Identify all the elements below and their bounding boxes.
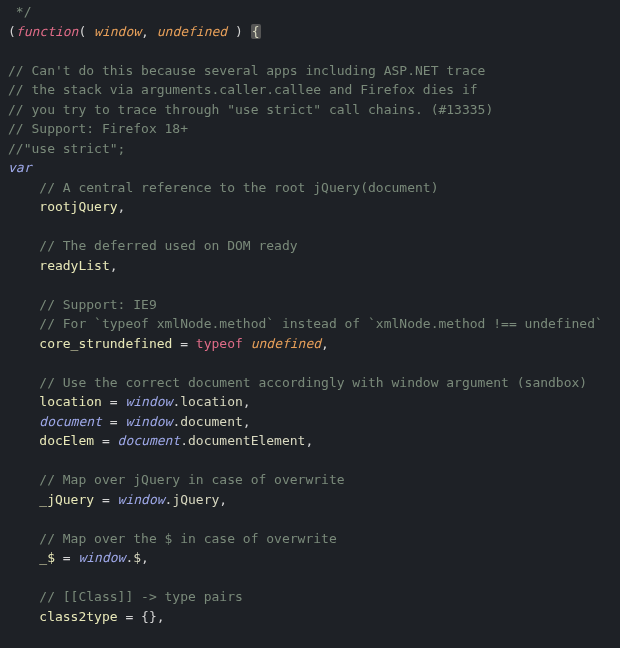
property: document xyxy=(180,414,243,429)
code-editor[interactable]: */ (function( window, undefined ) { // C… xyxy=(0,0,620,648)
comment: // Support: Firefox 18+ xyxy=(8,121,188,136)
comma: , xyxy=(321,336,329,351)
equals: = xyxy=(172,336,195,351)
paren: ) xyxy=(227,24,250,39)
equals: = xyxy=(102,414,125,429)
comment: // Support: IE9 xyxy=(8,297,157,312)
paren: ( xyxy=(78,24,94,39)
comment: // [[Class]] -> type pairs xyxy=(8,589,243,604)
window-ref: window xyxy=(118,492,165,507)
property: jQuery xyxy=(172,492,219,507)
comment: // Map over jQuery in case of overwrite xyxy=(8,472,345,487)
comma: , xyxy=(219,492,227,507)
keyword-typeof: typeof xyxy=(196,336,243,351)
comma: , xyxy=(110,258,118,273)
comment: */ xyxy=(8,4,31,19)
braces: = {}, xyxy=(118,609,165,624)
param-undefined: undefined xyxy=(157,24,227,39)
brace-match: { xyxy=(251,24,261,39)
space xyxy=(243,336,251,351)
identifier: document xyxy=(39,414,102,429)
comma: , xyxy=(243,414,251,429)
comment: // The deferred used on DOM ready xyxy=(8,238,298,253)
equals: = xyxy=(55,550,78,565)
paren: ( xyxy=(8,24,16,39)
identifier: _$ xyxy=(8,550,55,565)
comma: , xyxy=(141,24,157,39)
equals: = xyxy=(102,394,125,409)
dot: . xyxy=(180,433,188,448)
comment: // A central reference to the root jQuer… xyxy=(8,180,438,195)
comma: , xyxy=(305,433,313,448)
identifier: docElem xyxy=(8,433,94,448)
comma: , xyxy=(243,394,251,409)
param-window: window xyxy=(94,24,141,39)
keyword-function: function xyxy=(16,24,79,39)
identifier: rootjQuery xyxy=(8,199,118,214)
comment: // Use the correct document accordingly … xyxy=(8,375,587,390)
window-ref: window xyxy=(125,414,172,429)
equals: = xyxy=(94,433,117,448)
comment: // For `typeof xmlNode.method` instead o… xyxy=(8,316,603,331)
comment: // the stack via arguments.caller.callee… xyxy=(8,82,478,97)
property: $ xyxy=(133,550,141,565)
identifier: class2type xyxy=(8,609,118,624)
document-ref: document xyxy=(118,433,181,448)
window-ref: window xyxy=(78,550,125,565)
comma: , xyxy=(118,199,126,214)
identifier: _jQuery xyxy=(8,492,94,507)
undefined: undefined xyxy=(251,336,321,351)
identifier: core_strundefined xyxy=(8,336,172,351)
comment: // Can't do this because several apps in… xyxy=(8,63,485,78)
indent xyxy=(8,414,39,429)
equals: = xyxy=(94,492,117,507)
property: location xyxy=(180,394,243,409)
keyword-var: var xyxy=(8,160,31,175)
window-ref: window xyxy=(125,394,172,409)
identifier: location xyxy=(8,394,102,409)
comma: , xyxy=(141,550,149,565)
property: documentElement xyxy=(188,433,305,448)
comment: // you try to trace through "use strict"… xyxy=(8,102,493,117)
comment: //"use strict"; xyxy=(8,141,125,156)
identifier: readyList xyxy=(8,258,110,273)
comment: // Map over the $ in case of overwrite xyxy=(8,531,337,546)
